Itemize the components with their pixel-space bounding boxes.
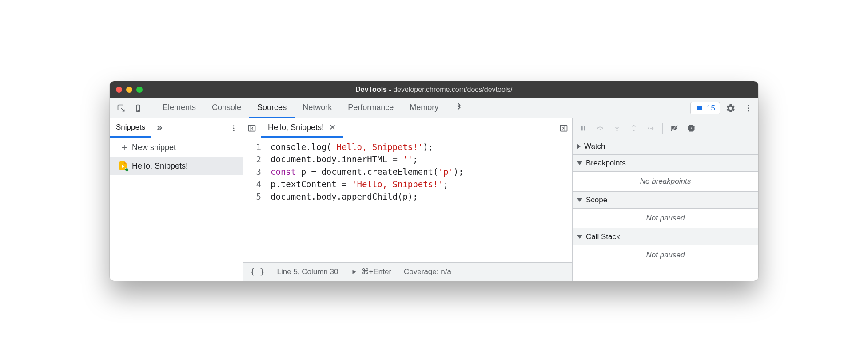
kebab-menu-icon[interactable] (741, 101, 756, 115)
scope-body: Not paused (573, 209, 758, 228)
pause-icon[interactable] (576, 121, 590, 135)
code-editor[interactable]: 12345 console.log('Hello, Snippets!'); d… (243, 138, 572, 262)
run-shortcut: ⌘+Enter (362, 267, 392, 276)
editor-statusbar: { } Line 5, Column 30 ⌘+Enter Coverage: … (243, 262, 572, 281)
collapse-icon (577, 161, 582, 165)
callstack-section-header[interactable]: Call Stack (573, 228, 758, 245)
collapse-icon (577, 198, 582, 202)
editor-pane: Hello, Snippets! ✕ 12345 console.log('He… (243, 118, 573, 281)
close-window-button[interactable] (116, 87, 122, 93)
navigator-more-tabs[interactable] (155, 118, 164, 138)
snippet-item-label: Hello, Snippets! (132, 161, 188, 171)
editor-tab[interactable]: Hello, Snippets! ✕ (261, 118, 343, 138)
snippet-file-icon (119, 161, 127, 170)
svg-point-18 (648, 127, 649, 129)
code-content: console.log('Hello, Snippets!'); documen… (266, 138, 572, 262)
scope-section-header[interactable]: Scope (573, 192, 758, 209)
new-snippet-button[interactable]: ＋ New snippet (110, 138, 243, 157)
inspect-element-icon[interactable] (114, 101, 128, 115)
svg-point-8 (233, 130, 235, 131)
collapse-icon (577, 235, 582, 239)
svg-point-15 (600, 129, 601, 130)
breakpoints-body: No breakpoints (573, 172, 758, 192)
message-icon (695, 104, 703, 112)
minimize-window-button[interactable] (126, 87, 132, 93)
svg-point-4 (748, 107, 749, 109)
scope-label: Scope (586, 196, 607, 205)
plus-icon: ＋ (119, 141, 127, 154)
svg-rect-14 (584, 126, 585, 130)
run-snippet-button[interactable]: ⌘+Enter (351, 267, 392, 276)
navigator-tab-snippets[interactable]: Snippets (110, 118, 151, 138)
show-navigator-icon[interactable] (243, 118, 261, 138)
watch-section-header[interactable]: Watch (573, 138, 758, 155)
tab-network[interactable]: Network (295, 98, 340, 118)
breakpoints-label: Breakpoints (586, 159, 626, 168)
svg-rect-21 (691, 127, 692, 129)
toolbar-separator (150, 102, 150, 114)
pretty-print-icon[interactable]: { } (250, 265, 265, 279)
breakpoints-section-header[interactable]: Breakpoints (573, 155, 758, 172)
svg-point-6 (233, 125, 235, 126)
tab-elements[interactable]: Elements (155, 98, 204, 118)
traffic-lights (116, 87, 143, 93)
window-title-url: developer.chrome.com/docs/devtools/ (393, 86, 513, 93)
panel-tabs: Elements Console Sources Network Perform… (155, 98, 471, 118)
devtools-window: DevTools - developer.chrome.com/docs/dev… (110, 81, 758, 281)
more-tabs-button[interactable] (446, 98, 471, 118)
window-title: DevTools - developer.chrome.com/docs/dev… (110, 86, 758, 94)
svg-point-17 (633, 130, 634, 131)
device-toolbar-icon[interactable] (131, 101, 145, 115)
callstack-label: Call Stack (586, 232, 620, 241)
navigator-sidebar: Snippets ＋ New snippet (110, 118, 243, 281)
tab-memory[interactable]: Memory (402, 98, 446, 118)
step-into-icon[interactable] (610, 121, 624, 135)
debugger-pane: Watch Breakpoints No breakpoints Scope N… (573, 118, 758, 281)
tab-performance[interactable]: Performance (340, 98, 402, 118)
maximize-window-button[interactable] (136, 87, 143, 93)
navigator-kebab-icon[interactable] (227, 118, 241, 138)
callstack-body: Not paused (573, 245, 758, 265)
coverage-status: Coverage: n/a (404, 268, 451, 276)
close-tab-icon[interactable]: ✕ (329, 122, 336, 132)
editor-tabs: Hello, Snippets! ✕ (243, 118, 572, 138)
tab-sources[interactable]: Sources (249, 98, 295, 118)
svg-point-5 (748, 110, 749, 111)
watch-label: Watch (584, 142, 605, 151)
new-snippet-label: New snippet (132, 143, 176, 152)
panels: Snippets ＋ New snippet (110, 118, 758, 281)
debugger-toolbar-separator (662, 123, 663, 134)
cursor-position: Line 5, Column 30 (277, 268, 338, 276)
editor-tab-label: Hello, Snippets! (268, 123, 324, 132)
window-title-prefix: DevTools - (355, 86, 393, 93)
settings-icon[interactable] (724, 101, 738, 115)
debugger-toolbar (573, 118, 758, 138)
navigator-tabs: Snippets (110, 118, 243, 138)
expand-icon (577, 144, 581, 149)
svg-point-7 (233, 127, 235, 129)
svg-point-16 (616, 130, 617, 131)
issues-count: 15 (707, 104, 715, 113)
unsaved-indicator-icon (125, 168, 129, 172)
step-icon[interactable] (644, 121, 658, 135)
svg-rect-22 (691, 130, 692, 130)
main-toolbar: Elements Console Sources Network Perform… (110, 98, 758, 118)
step-out-icon[interactable] (627, 121, 641, 135)
issues-badge[interactable]: 15 (690, 102, 720, 114)
titlebar: DevTools - developer.chrome.com/docs/dev… (110, 81, 758, 98)
snippets-list: ＋ New snippet Hello, Snippets! (110, 138, 243, 281)
deactivate-breakpoints-icon[interactable] (667, 121, 681, 135)
svg-rect-13 (581, 126, 582, 130)
pause-on-exceptions-icon[interactable] (684, 121, 698, 135)
snippet-item[interactable]: Hello, Snippets! (110, 157, 243, 175)
svg-point-3 (748, 105, 749, 106)
tab-console[interactable]: Console (204, 98, 249, 118)
play-icon (351, 269, 357, 275)
line-gutter: 12345 (243, 138, 266, 262)
show-debugger-icon[interactable] (559, 118, 572, 138)
step-over-icon[interactable] (593, 121, 607, 135)
